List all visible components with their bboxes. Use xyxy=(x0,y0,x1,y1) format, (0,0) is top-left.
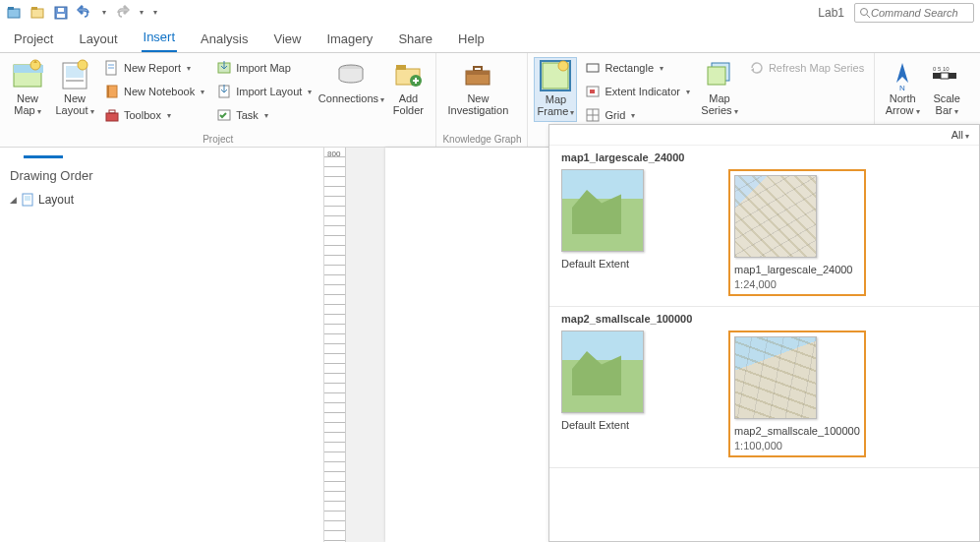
command-search[interactable] xyxy=(854,3,974,23)
quick-access-toolbar: ▾ ▾ ▾ Lab1 xyxy=(0,0,980,26)
new-report-button[interactable]: New Report▾ xyxy=(100,57,208,79)
toolbox-button[interactable]: Toolbox▾ xyxy=(100,104,208,126)
gallery-item-map1[interactable]: map1_largescale_24000 1:24,000 xyxy=(728,169,866,296)
task-label: Task xyxy=(236,109,259,121)
import-map-icon xyxy=(216,60,232,76)
gallery-item-name: Default Extent xyxy=(561,258,699,271)
tab-help[interactable]: Help xyxy=(456,28,487,52)
gallery-item-name: map1_largescale_24000 xyxy=(734,264,860,276)
undo-icon[interactable] xyxy=(77,5,92,21)
group-knowledge-graph: New Investigation Knowledge Graph xyxy=(436,53,528,147)
new-layout-label: New Layout xyxy=(55,92,87,116)
report-icon xyxy=(104,60,120,76)
layout-page[interactable] xyxy=(385,148,562,542)
import-layout-icon xyxy=(216,84,232,99)
gallery-section-1: map2_smallscale_100000 Default Extent ma… xyxy=(549,307,979,468)
tab-insert[interactable]: Insert xyxy=(142,26,178,52)
open-project-icon[interactable] xyxy=(29,5,45,21)
extent-indicator-icon xyxy=(585,84,601,99)
tab-project[interactable]: Project xyxy=(12,28,55,52)
connections-button[interactable]: Connections▾ xyxy=(319,57,382,106)
new-investigation-button[interactable]: New Investigation xyxy=(442,57,513,116)
new-notebook-button[interactable]: New Notebook▾ xyxy=(100,81,208,102)
map-icon xyxy=(12,59,43,90)
map-frame-label: Map Frame xyxy=(538,93,569,117)
extent-indicator-button[interactable]: Extent Indicator▾ xyxy=(581,81,693,102)
ruler-tick-label: 800 xyxy=(327,150,340,158)
grid-button[interactable]: Grid▾ xyxy=(581,104,693,126)
toc-layout-item[interactable]: ◢ Layout xyxy=(10,191,314,209)
grid-label: Grid xyxy=(605,109,625,121)
new-project-icon[interactable] xyxy=(6,5,22,21)
refresh-map-series-button: Refresh Map Series xyxy=(745,57,868,79)
map-series-label: Map Series xyxy=(701,92,731,116)
gallery-item-default-extent[interactable]: Default Extent xyxy=(561,331,699,432)
svg-rect-49 xyxy=(941,73,949,79)
tab-analysis[interactable]: Analysis xyxy=(199,28,250,52)
import-layout-button[interactable]: Import Layout▾ xyxy=(212,81,316,102)
drawing-order-heading: Drawing Order xyxy=(10,168,314,183)
task-icon xyxy=(216,107,232,123)
svg-rect-32 xyxy=(474,67,482,71)
refresh-icon xyxy=(749,60,765,76)
north-arrow-button[interactable]: N North Arrow▾ xyxy=(881,57,924,118)
import-map-button[interactable]: Import Map xyxy=(212,57,316,79)
thumbnail-map-icon xyxy=(734,175,817,258)
layout-icon xyxy=(59,59,90,90)
svg-rect-39 xyxy=(590,90,595,93)
svg-marker-45 xyxy=(751,68,754,73)
add-folder-button[interactable]: Add Folder xyxy=(386,57,430,116)
gallery-item-default-extent[interactable]: Default Extent xyxy=(561,169,699,271)
scale-bar-button[interactable]: 0 5 10 Scale Bar▾ xyxy=(928,57,965,118)
redo-icon[interactable] xyxy=(114,5,130,21)
tab-share[interactable]: Share xyxy=(396,28,434,52)
new-map-button[interactable]: New Map▾ xyxy=(6,57,49,118)
save-icon[interactable] xyxy=(53,5,69,21)
toolbox-label: Toolbox xyxy=(124,109,161,121)
tab-imagery[interactable]: Imagery xyxy=(324,28,375,52)
gallery-item-scale: 1:100,000 xyxy=(734,440,860,452)
tab-layout[interactable]: Layout xyxy=(77,28,119,52)
briefcase-icon xyxy=(462,59,493,90)
svg-rect-0 xyxy=(8,9,20,18)
svg-text:0 5 10: 0 5 10 xyxy=(933,66,950,72)
map-series-button[interactable]: Map Series▾ xyxy=(698,57,741,118)
svg-point-36 xyxy=(558,61,568,71)
thumbnail-default-icon xyxy=(561,331,644,413)
gallery-item-map2[interactable]: map2_smallscale_100000 1:100,000 xyxy=(728,331,866,457)
gallery-filter-label: All xyxy=(951,129,963,141)
svg-rect-33 xyxy=(466,71,490,75)
svg-rect-44 xyxy=(708,67,725,85)
gallery-item-scale: 1:24,000 xyxy=(734,278,860,290)
qat-customize-icon[interactable]: ▾ xyxy=(153,8,157,17)
undo-dropdown-icon[interactable]: ▾ xyxy=(102,8,106,17)
command-search-input[interactable] xyxy=(871,7,969,19)
notebook-icon xyxy=(104,84,120,99)
project-name: Lab1 xyxy=(818,6,844,20)
svg-rect-2 xyxy=(31,9,43,18)
task-button[interactable]: Task▾ xyxy=(212,104,316,126)
svg-rect-50 xyxy=(949,73,956,79)
rectangle-button[interactable]: Rectangle▾ xyxy=(581,57,693,79)
svg-rect-23 xyxy=(109,110,115,113)
tab-view[interactable]: View xyxy=(271,28,303,52)
new-investigation-label: New Investigation xyxy=(442,92,513,116)
svg-rect-21 xyxy=(107,86,109,97)
collapse-icon[interactable]: ◢ xyxy=(10,195,17,205)
import-layout-label: Import Layout xyxy=(236,86,302,97)
map-frame-button[interactable]: Map Frame▾ xyxy=(534,57,577,122)
gallery-filter-button[interactable]: All▾ xyxy=(951,129,969,141)
redo-dropdown-icon[interactable]: ▾ xyxy=(140,8,144,17)
gallery-item-name: map2_smallscale_100000 xyxy=(734,425,860,438)
map-frame-icon xyxy=(540,60,571,91)
rectangle-icon xyxy=(585,60,601,76)
search-icon xyxy=(859,7,871,19)
grid-icon xyxy=(585,107,601,123)
svg-rect-22 xyxy=(106,113,118,121)
north-arrow-icon: N xyxy=(887,59,918,90)
svg-rect-5 xyxy=(57,14,65,18)
map-series-icon xyxy=(704,59,735,90)
group-knowledge-label: Knowledge Graph xyxy=(442,133,521,147)
connections-icon xyxy=(335,59,367,90)
new-layout-button[interactable]: New Layout▾ xyxy=(53,57,96,118)
